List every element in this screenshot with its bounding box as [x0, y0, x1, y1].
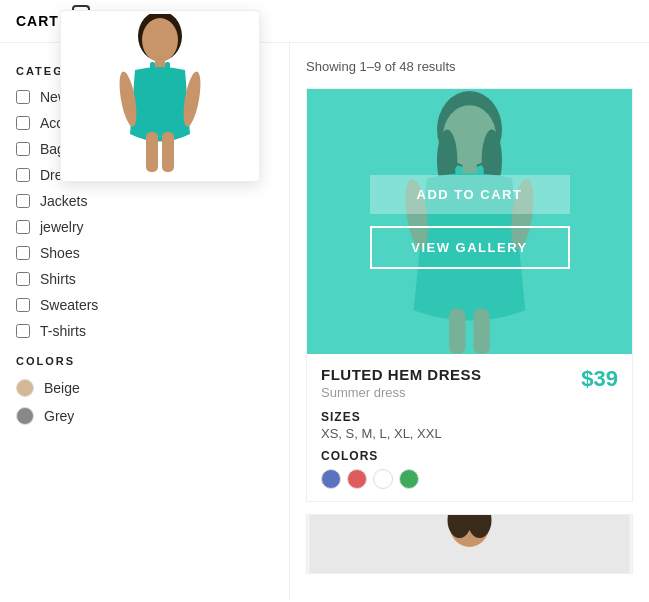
sizes-values: XS, S, M, L, XL, XXL — [321, 426, 618, 441]
category-checkbox-sweaters[interactable] — [16, 298, 30, 312]
category-tshirts[interactable]: T-shirts — [16, 323, 273, 339]
sizes-label: SIZES — [321, 410, 618, 424]
category-label: jewelry — [40, 219, 84, 235]
product-info: FLUTED HEM DRESS Summer dress $39 SIZES … — [307, 354, 632, 501]
colors-title: COLORS — [16, 355, 273, 367]
svg-rect-8 — [146, 132, 158, 172]
category-jewelry[interactable]: jewelry — [16, 219, 273, 235]
svg-rect-5 — [165, 62, 170, 76]
category-label: Sweaters — [40, 297, 98, 313]
category-checkbox-jackets[interactable] — [16, 194, 30, 208]
category-checkbox-jewelry[interactable] — [16, 220, 30, 234]
category-sweaters[interactable]: Sweaters — [16, 297, 273, 313]
product-card-second — [306, 514, 633, 574]
beige-label: Beige — [44, 380, 80, 396]
category-shoes[interactable]: Shoes — [16, 245, 273, 261]
category-label: T-shirts — [40, 323, 86, 339]
category-checkbox-shoes[interactable] — [16, 246, 30, 260]
popup-dress-image — [61, 11, 259, 181]
cart-popup — [60, 10, 260, 182]
category-label: Shirts — [40, 271, 76, 287]
top-bar: CART No items in ca... — [0, 0, 649, 43]
category-checkbox-shirts[interactable] — [16, 272, 30, 286]
main-content: Showing 1–9 of 48 results — [290, 43, 649, 601]
product-colors: COLORS — [321, 449, 618, 489]
category-checkbox-tshirts[interactable] — [16, 324, 30, 338]
category-label: Jackets — [40, 193, 87, 209]
product-overlay: ADD TO CART VIEW GALLERY — [307, 89, 632, 354]
category-label: Shoes — [40, 245, 80, 261]
product-image-wrapper: ADD TO CART VIEW GALLERY — [307, 89, 632, 354]
svg-point-2 — [142, 18, 178, 62]
color-grey[interactable]: Grey — [16, 407, 273, 425]
product-colors-label: COLORS — [321, 449, 618, 463]
grey-label: Grey — [44, 408, 74, 424]
add-to-cart-button[interactable]: ADD TO CART — [370, 175, 570, 214]
results-count: Showing 1–9 of 48 results — [306, 59, 633, 74]
color-dot-blue[interactable] — [321, 469, 341, 489]
category-checkbox-bags[interactable] — [16, 142, 30, 156]
product-name: FLUTED HEM DRESS — [321, 366, 482, 383]
view-gallery-button[interactable]: VIEW GALLERY — [370, 226, 570, 269]
category-shirts[interactable]: Shirts — [16, 271, 273, 287]
color-beige[interactable]: Beige — [16, 379, 273, 397]
color-dot-green[interactable] — [399, 469, 419, 489]
category-checkbox-new-arrivals[interactable] — [16, 90, 30, 104]
category-jackets[interactable]: Jackets — [16, 193, 273, 209]
product-card: ADD TO CART VIEW GALLERY FLUTED HEM DRES… — [306, 88, 633, 502]
svg-rect-9 — [162, 132, 174, 172]
color-dots — [321, 469, 618, 489]
colors-section: COLORS Beige Grey — [16, 355, 273, 425]
svg-rect-4 — [150, 62, 155, 76]
product-subtitle: Summer dress — [321, 385, 482, 400]
color-dot-red[interactable] — [347, 469, 367, 489]
grey-swatch — [16, 407, 34, 425]
category-checkbox-dressed[interactable] — [16, 168, 30, 182]
color-dot-white[interactable] — [373, 469, 393, 489]
product-price: $39 — [581, 366, 618, 400]
category-checkbox-accesories[interactable] — [16, 116, 30, 130]
cart-label: CART — [16, 13, 59, 29]
product-sizes: SIZES XS, S, M, L, XL, XXL — [321, 410, 618, 441]
beige-swatch — [16, 379, 34, 397]
